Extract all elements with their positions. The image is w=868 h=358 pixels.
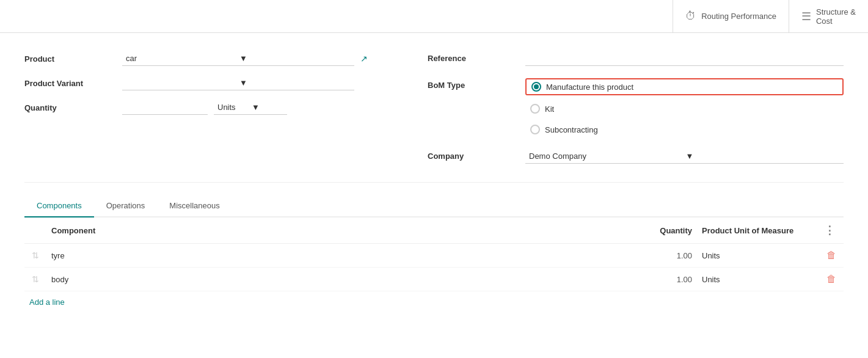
quantity-value: 1.00: [677, 251, 692, 260]
component-cell: body: [46, 268, 636, 291]
bom-type-manufacture-label: Manufacture this product: [546, 82, 633, 92]
bom-type-kit[interactable]: Kit: [525, 101, 844, 116]
radio-kit-circle: [530, 104, 540, 114]
divider: [24, 182, 844, 183]
bom-type-label: BoM Type: [428, 78, 525, 90]
product-variant-label: Product Variant: [24, 79, 122, 88]
quantity-field: 1.00 Units ▼: [122, 100, 287, 115]
table-row: ⇅ tyre 1.00 Units 🗑: [24, 244, 844, 268]
chevron-down-icon-variant: ▼: [239, 78, 351, 87]
bom-type-manufacture[interactable]: Manufacture this product: [525, 78, 844, 95]
reference-input[interactable]: [525, 51, 844, 66]
company-row: Company Demo Company ▼: [428, 149, 844, 164]
product-row: Product car ▼ ↗: [24, 51, 428, 66]
product-dropdown[interactable]: car ▼: [122, 51, 354, 66]
bom-type-field: Manufacture this product Kit Subcontract…: [525, 78, 844, 137]
unit-dropdown[interactable]: Units ▼: [214, 100, 287, 115]
quantity-input[interactable]: 1.00: [122, 100, 208, 115]
delete-row-icon[interactable]: 🗑: [824, 274, 839, 284]
uom-value: Units: [702, 251, 720, 260]
reference-row: Reference: [428, 51, 844, 66]
product-variant-row: Product Variant ▼: [24, 76, 428, 90]
product-field: car ▼ ↗: [122, 51, 368, 66]
components-table: Component Quantity Product Unit of Measu…: [24, 217, 844, 291]
main-form: Product car ▼ ↗ Product Variant ▼: [0, 33, 868, 325]
company-dropdown[interactable]: Demo Company ▼: [525, 149, 844, 164]
product-value: car: [126, 54, 237, 63]
tab-components-label: Components: [37, 201, 82, 210]
drag-handle-icon[interactable]: ⇅: [29, 250, 42, 260]
quantity-label: Quantity: [24, 103, 122, 112]
tab-operations[interactable]: Operations: [94, 195, 158, 217]
component-col-header: Component: [46, 217, 636, 244]
reference-label: Reference: [428, 51, 525, 63]
uom-cell: Units: [697, 268, 819, 291]
drag-handle-cell: ⇅: [24, 268, 46, 291]
tab-miscellaneous[interactable]: Miscellaneous: [157, 195, 232, 217]
bom-type-subcontracting[interactable]: Subcontracting: [525, 122, 844, 137]
structure-cost-label: Structure &Cost: [816, 7, 856, 26]
unit-value: Units: [217, 103, 249, 112]
left-column: Product car ▼ ↗ Product Variant ▼: [24, 51, 428, 176]
table-header-row: Component Quantity Product Unit of Measu…: [24, 217, 844, 244]
form-columns: Product car ▼ ↗ Product Variant ▼: [24, 51, 844, 176]
tab-components[interactable]: Components: [24, 195, 94, 217]
top-bar: ⏱ Routing Performance ☰ Structure &Cost: [0, 0, 868, 33]
chevron-down-icon: ▼: [239, 54, 351, 63]
reference-field: [525, 51, 844, 66]
quantity-value: 1.00: [677, 275, 692, 284]
company-value: Demo Company: [529, 152, 684, 161]
product-variant-dropdown[interactable]: ▼: [122, 76, 354, 90]
bom-type-row: BoM Type Manufacture this product Kit: [428, 78, 844, 137]
radio-subcontracting-circle: [530, 125, 540, 134]
quantity-col-header: Quantity: [636, 217, 697, 244]
chevron-down-icon-unit: ▼: [252, 103, 283, 112]
quantity-cell: 1.00: [636, 244, 697, 268]
add-line-label: Add a line: [29, 298, 65, 307]
quantity-cell: 1.00: [636, 268, 697, 291]
routing-performance-label: Routing Performance: [701, 12, 776, 21]
components-table-wrapper: Component Quantity Product Unit of Measu…: [24, 217, 844, 313]
product-label: Product: [24, 54, 122, 64]
company-field: Demo Company ▼: [525, 149, 844, 164]
action-cell: 🗑: [819, 244, 844, 268]
uom-cell: Units: [697, 244, 819, 268]
quantity-row: Quantity 1.00 Units ▼: [24, 100, 428, 115]
product-variant-field: ▼: [122, 76, 354, 90]
radio-manufacture-circle: [531, 82, 541, 92]
drag-handle-cell: ⇅: [24, 244, 46, 268]
drag-handle-icon[interactable]: ⇅: [29, 274, 42, 284]
add-line-button[interactable]: Add a line: [24, 291, 70, 313]
clock-icon: ⏱: [685, 10, 696, 23]
component-name[interactable]: body: [51, 275, 68, 284]
uom-value: Units: [702, 275, 720, 284]
action-col-header: ⋮: [819, 217, 844, 244]
right-column: Reference BoM Type Manufacture this prod…: [428, 51, 844, 176]
bom-type-subcontracting-label: Subcontracting: [545, 125, 598, 134]
tab-operations-label: Operations: [106, 201, 145, 210]
structure-cost-button[interactable]: ☰ Structure &Cost: [789, 0, 868, 32]
menu-icon: ☰: [801, 10, 811, 23]
company-label: Company: [428, 149, 525, 161]
tab-miscellaneous-label: Miscellaneous: [169, 201, 219, 210]
table-row: ⇅ body 1.00 Units 🗑: [24, 268, 844, 291]
bom-type-kit-label: Kit: [545, 104, 554, 114]
delete-row-icon[interactable]: 🗑: [824, 250, 839, 260]
routing-performance-button[interactable]: ⏱ Routing Performance: [673, 0, 789, 32]
handle-col-header: [24, 217, 46, 244]
chevron-down-icon-company: ▼: [686, 152, 841, 161]
action-cell: 🗑: [819, 268, 844, 291]
bom-type-options: Manufacture this product Kit Subcontract…: [525, 78, 844, 137]
external-link-icon[interactable]: ↗: [360, 54, 368, 64]
component-name[interactable]: tyre: [51, 251, 65, 260]
component-cell: tyre: [46, 244, 636, 268]
tabs-bar: Components Operations Miscellaneous: [24, 195, 844, 217]
column-options-icon[interactable]: ⋮: [824, 224, 835, 236]
uom-col-header: Product Unit of Measure: [697, 217, 819, 244]
